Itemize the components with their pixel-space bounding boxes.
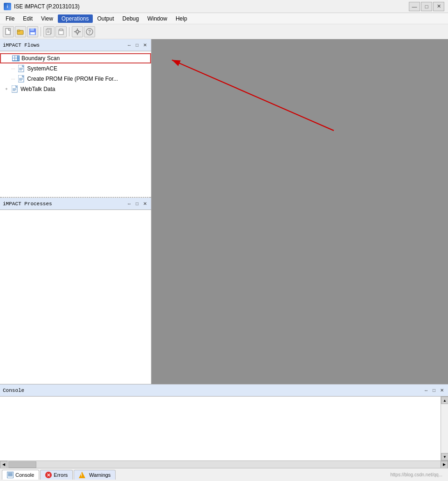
svg-rect-4 — [30, 28, 34, 31]
prom-expand[interactable] — [4, 76, 9, 82]
app-title: ISE iMPACT (P.20131013) — [14, 3, 80, 10]
systemace-dots: ··· — [11, 66, 15, 71]
left-panel: iMPACT Flows ↔ □ ✕ — [0, 39, 152, 384]
flows-expand-btn[interactable]: ↔ — [126, 42, 132, 49]
toolbar-settings-btn[interactable] — [72, 26, 83, 37]
toolbar: ? — [0, 24, 448, 39]
console-panel: Console ↔ □ ✕ ▲ ▼ ◀ ▶ — [0, 384, 448, 468]
menu-edit[interactable]: Edit — [19, 14, 36, 23]
svg-text:?: ? — [88, 29, 91, 35]
svg-rect-12 — [60, 29, 62, 31]
console-tab-label: Console — [15, 472, 34, 478]
toolbar-open-btn[interactable] — [15, 26, 26, 37]
boundary-scan-label: Boundary Scan — [21, 55, 60, 62]
svg-rect-5 — [30, 32, 35, 35]
errors-tab-label: Errors — [54, 472, 68, 478]
hscroll-right-btn[interactable]: ▶ — [441, 461, 448, 468]
svg-rect-25 — [18, 56, 20, 58]
webtalk-icon — [11, 85, 19, 93]
tree-item-webtalk[interactable]: + WebTalk Data — [0, 84, 151, 94]
toolbar-save-btn[interactable] — [27, 26, 38, 37]
prom-icon — [18, 75, 25, 83]
console-tab-icon — [7, 472, 14, 478]
processes-content — [0, 210, 151, 384]
systemace-label: SystemACE — [27, 65, 57, 72]
processes-expand-btn[interactable]: ↔ — [126, 201, 132, 207]
webtalk-label: WebTalk Data — [21, 86, 55, 92]
warnings-tab-icon — [79, 472, 85, 478]
main-content: iMPACT Flows ↔ □ ✕ — [0, 39, 448, 384]
tree-item-systemace[interactable]: ··· SystemACE — [0, 63, 151, 74]
processes-panel-title: iMPACT Processes — [3, 201, 52, 207]
close-button[interactable]: ✕ — [433, 2, 444, 11]
toolbar-copy-btn[interactable] — [43, 26, 55, 37]
tree-item-prom[interactable]: ··· Create PROM File (PROM File For... — [0, 74, 151, 84]
svg-point-13 — [76, 30, 79, 33]
status-tabs: Console ✕ Errors Warnings https://blog.c… — [0, 468, 448, 481]
console-header: Console ↔ □ ✕ — [0, 384, 448, 397]
svg-rect-2 — [17, 30, 20, 31]
menu-help[interactable]: Help — [172, 14, 191, 23]
app-icon: i — [4, 3, 11, 10]
title-bar-left: i ISE iMPACT (P.20131013) — [4, 3, 80, 10]
processes-close-btn[interactable]: ✕ — [142, 201, 148, 207]
console-hscrollbar[interactable]: ◀ ▶ — [0, 460, 448, 468]
maximize-button[interactable]: □ — [421, 2, 432, 11]
toolbar-separator-2 — [69, 27, 69, 36]
processes-restore-btn[interactable]: □ — [134, 201, 140, 207]
menu-operations[interactable]: Operations — [58, 14, 93, 23]
console-content: ▲ ▼ — [0, 397, 448, 460]
tab-console[interactable]: Console — [2, 470, 39, 480]
webtalk-expand[interactable]: + — [4, 86, 9, 92]
flows-content: Boundary Scan ··· — [0, 51, 151, 197]
processes-panel-header: iMPACT Processes ↔ □ ✕ — [0, 198, 151, 210]
flows-panel-header: iMPACT Flows ↔ □ ✕ — [0, 39, 151, 51]
menu-window[interactable]: Window — [144, 14, 171, 23]
warnings-tab-label: Warnings — [89, 472, 110, 478]
tab-warnings[interactable]: Warnings — [74, 470, 116, 480]
toolbar-separator-1 — [41, 27, 41, 36]
menu-debug[interactable]: Debug — [119, 14, 143, 23]
svg-rect-26 — [18, 58, 20, 60]
console-expand-btn[interactable]: ↔ — [423, 387, 429, 394]
hscroll-thumb[interactable] — [8, 461, 36, 468]
menu-bar: File Edit View Operations Output Debug W… — [0, 13, 448, 24]
annotation-arrow — [152, 39, 448, 384]
processes-panel: iMPACT Processes ↔ □ ✕ — [0, 198, 151, 384]
toolbar-new-btn[interactable] — [3, 26, 14, 37]
menu-file[interactable]: File — [2, 14, 18, 23]
toolbar-paste-btn[interactable] — [55, 26, 67, 37]
boundary-scan-expand[interactable] — [5, 56, 10, 61]
watermark: https://blog.csdn.net/qq... — [390, 472, 442, 477]
tree-item-boundary-scan[interactable]: Boundary Scan — [0, 53, 151, 63]
flows-panel-title: iMPACT Flows — [3, 42, 40, 48]
prom-dots: ··· — [11, 77, 15, 82]
title-bar-controls: — □ ✕ — [409, 2, 444, 11]
toolbar-help-btn[interactable]: ? — [84, 26, 95, 37]
boundary-scan-icon — [12, 55, 20, 62]
flows-close-btn[interactable]: ✕ — [142, 42, 148, 49]
hscroll-left-btn[interactable]: ◀ — [0, 461, 7, 468]
errors-tab-icon: ✕ — [45, 472, 52, 478]
tab-errors[interactable]: ✕ Errors — [40, 470, 73, 480]
svg-rect-24 — [15, 58, 17, 60]
menu-output[interactable]: Output — [94, 14, 118, 23]
console-restore-btn[interactable]: □ — [431, 387, 437, 394]
flows-restore-btn[interactable]: □ — [134, 42, 140, 49]
systemace-expand[interactable] — [4, 66, 9, 71]
menu-view[interactable]: View — [37, 14, 57, 23]
vscroll-up-btn[interactable]: ▲ — [441, 397, 448, 404]
systemace-icon — [18, 65, 25, 72]
vscroll-down-btn[interactable]: ▼ — [441, 453, 448, 460]
console-title: Console — [3, 388, 24, 393]
console-panel-controls: ↔ □ ✕ — [423, 387, 445, 394]
processes-panel-controls: ↔ □ ✕ — [126, 201, 148, 207]
svg-line-40 — [172, 60, 334, 131]
console-vscrollbar[interactable]: ▲ ▼ — [441, 397, 448, 460]
svg-rect-22 — [15, 56, 17, 58]
console-close-btn[interactable]: ✕ — [439, 387, 445, 394]
prom-label: Create PROM File (PROM File For... — [27, 76, 118, 82]
svg-rect-0 — [6, 28, 10, 35]
svg-rect-21 — [13, 56, 14, 58]
minimize-button[interactable]: — — [409, 2, 420, 11]
